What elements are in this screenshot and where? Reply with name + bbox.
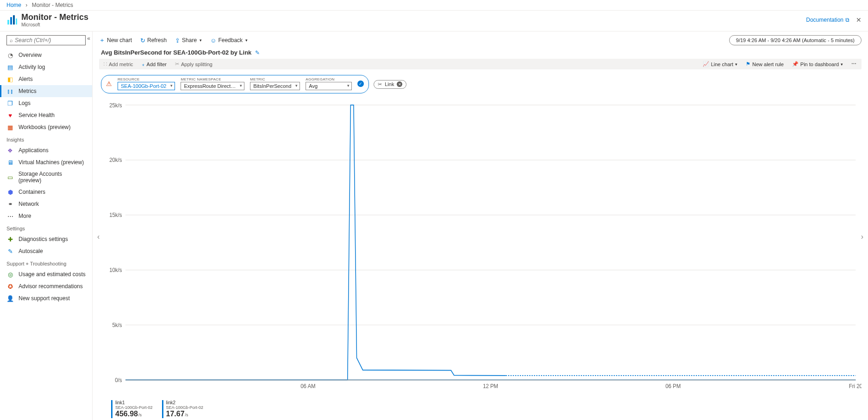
aggregation-dropdown[interactable]: Avg <box>306 82 352 90</box>
collapse-sidebar-icon[interactable]: « <box>87 35 90 42</box>
add-metric-button[interactable]: ⸬Add metric <box>104 61 133 67</box>
namespace-dropdown[interactable]: ExpressRoute Direct… <box>181 82 244 90</box>
sidebar-item-activity-log[interactable]: ▤Activity log <box>0 61 92 73</box>
nav-icon: ⋯ <box>6 212 14 220</box>
refresh-button[interactable]: ↻Refresh <box>140 37 167 44</box>
refresh-icon: ↻ <box>140 37 145 44</box>
sidebar-item-virtual-machines-preview-[interactable]: 🖥Virtual Machines (preview) <box>0 156 92 168</box>
nav-icon: ♥ <box>6 111 14 119</box>
nav-icon: ✎ <box>6 247 14 255</box>
nav-icon: ⚭ <box>6 200 14 208</box>
more-icon[interactable]: ⋯ <box>851 61 857 67</box>
sidebar-item-new-support-request[interactable]: 👤New support request <box>0 292 92 304</box>
sidebar-item-service-health[interactable]: ♥Service Health <box>0 109 92 121</box>
filter-icon: ⍖ <box>142 62 145 67</box>
alert-icon: ⚑ <box>746 61 750 67</box>
sidebar-item-network[interactable]: ⚭Network <box>0 198 92 210</box>
new-alert-button[interactable]: ⚑New alert rule <box>746 61 784 67</box>
nav-icon: ◔ <box>6 51 14 59</box>
legend-item[interactable]: link2SEA-100Gb-Port-0217.67/s <box>162 400 204 418</box>
sidebar-item-logs[interactable]: ❐Logs <box>0 97 92 109</box>
search-icon: ⌕ <box>10 37 13 43</box>
chart-title: Avg BitsInPerSecond for SEA-100Gb-Port-0… <box>101 49 251 56</box>
svg-text:20k/s: 20k/s <box>109 157 122 164</box>
main-toolbar: ＋New chart ↻Refresh ⇪Share▾ ☺Feedback▾ 9… <box>93 31 868 49</box>
nav-icon: ⬢ <box>6 188 14 196</box>
sidebar-item-containers[interactable]: ⬢Containers <box>0 186 92 198</box>
resource-dropdown[interactable]: SEA-100Gb-Port-02 <box>118 82 175 90</box>
smiley-icon: ☺ <box>210 37 216 44</box>
chart-subtoolbar: ⸬Add metric ⍖Add filter ✂Apply splitting… <box>99 59 862 69</box>
svg-text:10k/s: 10k/s <box>109 266 122 273</box>
split-icon: ✂ <box>175 61 179 67</box>
breadcrumb-current: Monitor - Metrics <box>32 2 73 8</box>
new-chart-button[interactable]: ＋New chart <box>99 36 132 44</box>
apply-splitting-button[interactable]: ✂Apply splitting <box>175 61 212 67</box>
sidebar-item-overview[interactable]: ◔Overview <box>0 49 92 61</box>
svg-text:06 AM: 06 AM <box>300 383 315 390</box>
sidebar-item-more[interactable]: ⋯More <box>0 210 92 222</box>
legend-item[interactable]: link1SEA-100Gb-Port-02456.98/s <box>111 400 153 418</box>
metric-dropdown[interactable]: BitsInPerSecond <box>250 82 300 90</box>
sidebar-item-alerts[interactable]: ◧Alerts <box>0 73 92 85</box>
insights-group-label: Insights <box>0 133 92 144</box>
svg-text:06 PM: 06 PM <box>666 383 681 390</box>
svg-text:15k/s: 15k/s <box>109 211 122 218</box>
settings-group-label: Settings <box>0 222 92 233</box>
line-chart-icon: 📈 <box>703 61 709 67</box>
chart-legend: link1SEA-100Gb-Port-02456.98/slink2SEA-1… <box>93 397 868 420</box>
sidebar-item-storage-accounts-preview-[interactable]: ▭Storage Accounts (preview) <box>0 168 92 186</box>
nav-icon: ✪ <box>6 283 14 290</box>
external-link-icon: ⧉ <box>845 17 849 23</box>
sidebar-item-usage-and-estimated-costs[interactable]: ◎Usage and estimated costs <box>0 268 92 280</box>
breadcrumb-home[interactable]: Home <box>6 2 21 8</box>
page-subtitle: Microsoft <box>21 22 88 27</box>
nav-icon: ❐ <box>6 99 14 107</box>
sidebar-item-autoscale[interactable]: ✎Autoscale <box>0 245 92 257</box>
svg-rect-0 <box>7 20 9 25</box>
svg-rect-1 <box>10 17 12 25</box>
svg-text:5k/s: 5k/s <box>112 321 122 328</box>
add-filter-button[interactable]: ⍖Add filter <box>142 62 167 67</box>
nav-icon: 👤 <box>6 295 14 302</box>
sidebar-item-diagnostics-settings[interactable]: ✚Diagnostics settings <box>0 233 92 245</box>
sidebar-item-advisor-recommendations[interactable]: ✪Advisor recommendations <box>0 280 92 292</box>
pin-dashboard-button[interactable]: 📌Pin to dashboard▾ <box>792 61 843 67</box>
svg-text:0/s: 0/s <box>115 377 122 383</box>
nav-icon: ▦ <box>6 124 14 131</box>
chevron-down-icon: ▾ <box>735 62 737 67</box>
plus-icon: ＋ <box>99 36 105 44</box>
page-header: Monitor - Metrics Microsoft Documentatio… <box>0 11 868 31</box>
chevron-down-icon: ▾ <box>245 38 248 43</box>
split-tag[interactable]: ✂ Link ✕ <box>374 80 406 89</box>
sidebar-item-metrics[interactable]: ⫿⫿Metrics <box>0 85 92 97</box>
monitor-icon <box>6 14 18 25</box>
warning-icon: ⚠ <box>106 80 112 87</box>
search-input[interactable] <box>15 37 85 43</box>
chart-prev-icon[interactable]: ‹ <box>97 233 100 241</box>
nav-icon: ◎ <box>6 271 14 278</box>
close-icon[interactable]: ✕ <box>856 16 862 24</box>
feedback-button[interactable]: ☺Feedback▾ <box>210 37 248 44</box>
svg-rect-2 <box>13 15 15 25</box>
tag-icon: ✂ <box>378 81 382 87</box>
time-range-picker[interactable]: 9/19 4:26 AM - 9/20 4:26 AM (Automatic -… <box>729 35 862 45</box>
svg-rect-3 <box>16 19 17 25</box>
chart-next-icon[interactable]: › <box>861 233 863 241</box>
svg-text:12 PM: 12 PM <box>483 383 498 390</box>
edit-title-icon[interactable]: ✎ <box>255 49 260 56</box>
documentation-link[interactable]: Documentation ⧉ <box>806 17 849 23</box>
sidebar-item-applications[interactable]: ❖Applications <box>0 144 92 156</box>
chart-type-dropdown[interactable]: 📈Line chart▾ <box>703 61 737 67</box>
nav-icon: 🖥 <box>6 159 14 166</box>
main-content: ＋New chart ↻Refresh ⇪Share▾ ☺Feedback▾ 9… <box>93 31 868 420</box>
nav-icon: ▤ <box>6 63 14 71</box>
share-button[interactable]: ⇪Share▾ <box>175 37 202 44</box>
page-title: Monitor - Metrics <box>21 12 88 22</box>
svg-text:Fri 20: Fri 20 <box>849 383 862 390</box>
svg-text:25k/s: 25k/s <box>109 102 122 109</box>
chevron-down-icon: ▾ <box>200 38 202 43</box>
remove-tag-icon[interactable]: ✕ <box>397 81 402 87</box>
sidebar-search[interactable]: ⌕ <box>6 35 86 45</box>
sidebar-item-workbooks-preview-[interactable]: ▦Workbooks (preview) <box>0 121 92 133</box>
